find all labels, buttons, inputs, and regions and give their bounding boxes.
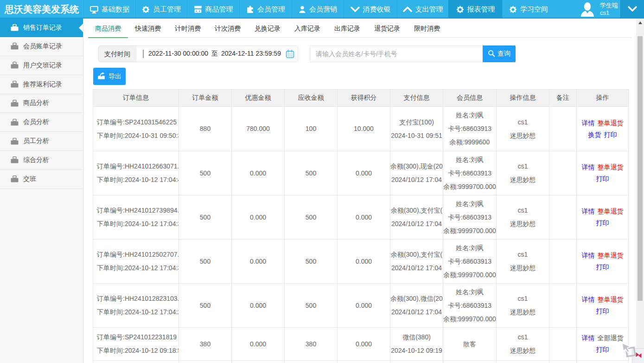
nav-item-5[interactable]: 消费收银 [344, 0, 397, 19]
cell-line: 2024/10/12 17:04 [390, 261, 443, 275]
sidebar-item-2[interactable]: 用户交班记录 [0, 56, 83, 75]
nav-item-0[interactable]: 基础数据 [83, 0, 135, 19]
tab-5[interactable]: 入库记录 [287, 19, 327, 38]
action-打印[interactable]: 打印 [596, 263, 609, 271]
cell-line: 500 [285, 167, 337, 180]
action-详情[interactable]: 详情 [582, 119, 595, 127]
export-button[interactable]: 导出 [93, 68, 126, 85]
tab-0[interactable]: 商品消费 [88, 19, 128, 38]
calendar-icon[interactable] [286, 50, 294, 58]
cell-remark [549, 151, 577, 195]
sidebar-item-7[interactable]: 综合分析 [0, 151, 83, 170]
sidebar-item-3[interactable]: 推荐返利记录 [0, 75, 83, 94]
cell-content: 详情整单退货打印 [577, 206, 628, 229]
cell-line: 余额:9999700.000 [443, 312, 496, 326]
cell-member_info: 姓名:刘飒卡号:68603913余额:9999700.000 [443, 284, 497, 328]
pay-time-filter-button[interactable]: 支付时间 [99, 46, 136, 62]
nav-item-1[interactable]: 员工管理 [135, 0, 187, 19]
cell-line: 880 [179, 122, 231, 136]
cell-content: 380 [179, 337, 231, 351]
vertical-scrollbar[interactable] [636, 19, 644, 363]
cell-content: 姓名:刘飒卡号:68603913余额:9999700.000 [443, 285, 496, 326]
action-整单退货[interactable]: 整单退货 [598, 207, 624, 215]
nav-item-7[interactable]: 报表管理 [448, 0, 502, 19]
sidebar-item-4[interactable]: 商品分析 [0, 94, 83, 113]
tab-4[interactable]: 兑换记录 [248, 19, 287, 38]
col-header-3: 应收金额 [285, 90, 338, 107]
cell-line: 780.000 [232, 122, 284, 136]
chevron-up-icon [403, 6, 412, 12]
tab-1[interactable]: 快速消费 [128, 19, 168, 38]
action-详情[interactable]: 详情 [582, 296, 595, 303]
action-打印[interactable]: 打印 [596, 307, 609, 315]
navbar-collapse-button[interactable] [620, 0, 644, 19]
tab-2[interactable]: 计时消费 [168, 19, 208, 38]
nav-item-3[interactable]: 会员管理 [239, 0, 292, 19]
monitor-icon [90, 6, 98, 13]
action-打印[interactable]: 打印 [596, 175, 609, 182]
action-打印[interactable]: 打印 [604, 131, 617, 138]
cell-remark [549, 284, 577, 328]
tab-7[interactable]: 退货记录 [367, 19, 407, 38]
cell-empty [179, 361, 232, 363]
date-range-input[interactable]: 2022-11-30 00:00:00 至 2024-12-11 23:59:5… [144, 50, 286, 58]
action-整单退货[interactable]: 整单退货 [598, 163, 624, 171]
table-row-1: 订单编号:HH241012663071.下单时间:2024-10-12 17:0… [93, 151, 629, 195]
col-header-5: 支付信息 [390, 90, 443, 107]
sidebar-item-6[interactable]: 员工分析 [0, 132, 83, 151]
cell-content: 订单编号:HH241012502707.下单时间:2024-10-12 17:0… [93, 248, 179, 275]
cell-receivable_amount: 380 [285, 328, 338, 361]
sidebar-item-8[interactable]: 交班 [0, 170, 83, 189]
user-menu[interactable]: 学生端 cs1 [579, 0, 618, 19]
action-打印[interactable]: 打印 [596, 346, 609, 353]
nav-item-2[interactable]: 商品管理 [187, 0, 239, 19]
cell-discount_amount: 0.000 [232, 328, 285, 361]
main-nav: 基础数据员工管理商品管理会员管理会员营销消费收银支出管理报表管理学习空间 [83, 0, 555, 19]
sidebar-item-5[interactable]: 会员分析 [0, 113, 83, 132]
sidebar-item-1[interactable]: 会员账单记录 [0, 37, 83, 56]
cell-remark [549, 195, 577, 240]
action-整单退货[interactable]: 整单退货 [598, 119, 624, 127]
member-search-input[interactable] [310, 45, 483, 62]
tab-6[interactable]: 出库记录 [327, 19, 367, 38]
sidebar-item-0[interactable]: 销售订单记录 [0, 19, 83, 37]
query-button[interactable]: 查询 [483, 45, 516, 62]
main-content: 商品消费快速消费计时消费计次消费兑换记录入库记录出库记录退货记录限时消费 支付时… [83, 19, 644, 363]
table-row-3: 订单编号:HH241012502707.下单时间:2024-10-12 17:0… [93, 240, 629, 284]
nav-item-6[interactable]: 支出管理 [397, 0, 448, 19]
cell-line: 0.000 [232, 167, 284, 180]
cell-empty [443, 361, 497, 363]
cell-line: 迷思妙想 [497, 344, 549, 357]
nav-item-label: 支出管理 [415, 5, 443, 14]
action-详情[interactable]: 详情 [582, 334, 595, 342]
nav-item-8[interactable]: 学习空间 [502, 0, 555, 19]
cell-payment_info: 余额(300),微信(202024/10/12 17:04 [390, 284, 443, 328]
action-整单退货[interactable]: 整单退货 [598, 296, 624, 303]
cell-line: 打印 [577, 305, 628, 317]
cell-actions: 详情整单退货打印 [577, 284, 629, 328]
action-整单退货[interactable]: 整单退货 [598, 252, 624, 259]
action-换货[interactable]: 换货 [588, 131, 601, 138]
scrollbar-up-arrow-icon[interactable] [636, 19, 644, 26]
page: 思沃美容美发系统 基础数据员工管理商品管理会员管理会员营销消费收银支出管理报表管… [0, 0, 644, 363]
cell-line: 姓名:刘飒 [443, 241, 496, 255]
scrollbar-thumb[interactable] [638, 36, 643, 301]
tab-8[interactable]: 限时消费 [407, 19, 447, 38]
cell-member_info: 姓名:刘飒卡号:68603913余额:9999700.000 [443, 195, 497, 240]
shop-icon [194, 6, 202, 13]
cell-line: 余额(300),微信(20 [390, 292, 443, 305]
nav-item-label: 基础数据 [102, 5, 129, 14]
action-详情[interactable]: 详情 [582, 163, 595, 171]
cell-line: 打印 [577, 261, 628, 273]
action-打印[interactable]: 打印 [596, 219, 609, 227]
nav-item-4[interactable]: 会员营销 [292, 0, 344, 19]
table-row-4: 订单编号:HH241012823103.下单时间:2024-10-12 17:0… [93, 284, 629, 328]
cell-line: 迷思妙想 [497, 261, 549, 275]
action-详情[interactable]: 详情 [582, 207, 595, 215]
cell-line: 订单编号:HH241012823103. [93, 292, 179, 305]
action-详情[interactable]: 详情 [582, 252, 595, 259]
cell-line: 卡号:68603913 [443, 211, 496, 224]
cell-actions: 详情整单退货打印 [577, 195, 629, 240]
tab-3[interactable]: 计次消费 [208, 19, 248, 38]
cell-content: 订单编号:HH241012663071.下单时间:2024-10-12 17:0… [93, 160, 179, 187]
